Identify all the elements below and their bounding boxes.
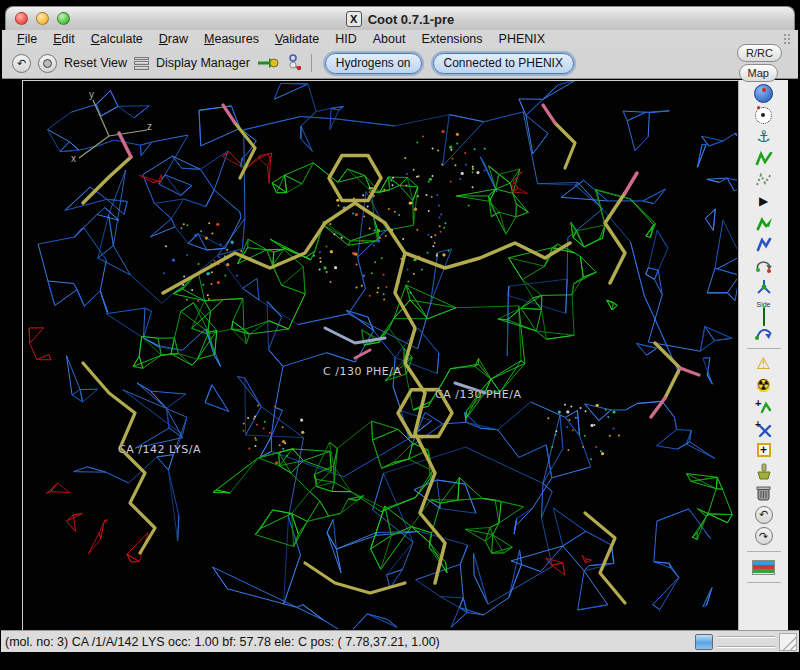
anchor-button[interactable]: ⚓ (751, 127, 777, 146)
menu-item[interactable]: Calculate (84, 31, 150, 47)
atom-label: CA /142 LYS/A (118, 443, 201, 456)
zoom-button[interactable] (57, 12, 70, 25)
window-title: X Coot 0.7.1-pre (346, 11, 455, 27)
axis-y-label: y (89, 89, 94, 100)
menu-item[interactable]: About (366, 31, 413, 47)
trash-icon (755, 484, 772, 502)
real-space-refine-button[interactable] (751, 149, 777, 168)
coot-window: X Coot 0.7.1-pre FileEditCalculateDrawMe… (0, 0, 800, 670)
rigid-body-fit-button[interactable]: ▶ (751, 192, 777, 211)
title-bar[interactable]: X Coot 0.7.1-pre (5, 6, 795, 31)
menu-grip-handle[interactable] (783, 33, 792, 45)
recentre-view-button[interactable] (38, 54, 57, 73)
globe-icon (754, 84, 773, 103)
back-view-button[interactable]: ↶ (12, 54, 31, 73)
resize-grip[interactable] (779, 633, 797, 651)
add-terminal-residue-button[interactable]: + (751, 398, 777, 417)
display-manager-button[interactable]: Display Manager (156, 56, 250, 70)
sidebar-separator (747, 551, 781, 552)
redo-button[interactable]: ↷ (751, 527, 777, 546)
target-icon (755, 107, 772, 124)
rotate-arrow-icon (754, 257, 773, 275)
hazard-icon: ⚠ (756, 356, 770, 372)
flag-button[interactable] (751, 558, 777, 577)
menu-item[interactable]: PHENIX (492, 31, 553, 47)
view-sphere-button[interactable] (751, 84, 777, 103)
menu-item[interactable]: Draw (152, 31, 195, 47)
undo-arrow-icon: ↶ (17, 58, 26, 69)
rotamer-arrow-icon (755, 214, 773, 232)
x11-icon: X (346, 11, 362, 27)
auto-fit-rotamer-button[interactable] (751, 213, 777, 232)
statusbar-grip (717, 636, 775, 648)
redo-icon: ↷ (755, 527, 773, 545)
display-manager-icon (134, 57, 149, 70)
recentre-button[interactable] (751, 106, 777, 125)
hydrogens-toggle-button[interactable]: Hydrogens on (325, 53, 422, 74)
add-alt-conf-button[interactable]: + (751, 419, 777, 438)
blue-zigzag-icon (755, 235, 773, 253)
simple-mutate-button[interactable]: ☢ (751, 376, 777, 395)
mutate-residue-button[interactable]: ⚠ (751, 355, 777, 374)
map-button[interactable]: Map (739, 64, 778, 82)
rotamers-button[interactable] (751, 235, 777, 254)
delete-button[interactable] (751, 484, 777, 503)
menu-item[interactable]: HID (328, 31, 364, 47)
menu-item[interactable]: Measures (197, 31, 266, 47)
axis-x-label: x (71, 153, 76, 164)
anchor-icon: ⚓ (756, 129, 770, 145)
menu-item[interactable]: Edit (46, 31, 82, 47)
menu-item[interactable]: File (10, 31, 44, 47)
menu-bar: FileEditCalculateDrawMeasuresValidateHID… (2, 30, 798, 48)
record-dot-icon (43, 59, 52, 68)
minimize-button[interactable] (36, 12, 49, 25)
add-residue-icon: + (755, 398, 773, 416)
status-text: (mol. no: 3) CA /1/A/142 LYS occ: 1.00 b… (5, 635, 440, 649)
chi-angles-icon (755, 278, 773, 296)
go-to-atom-icon[interactable] (257, 56, 279, 70)
brush-icon (755, 463, 773, 481)
radioactive-icon: ☢ (756, 378, 771, 393)
dotted-zigzag-icon (755, 171, 773, 188)
window-title-text: Coot 0.7.1-pre (368, 12, 455, 27)
undo-icon: ↶ (755, 506, 773, 524)
main-area: y x z C /130 PHE/A CA /130 PHE/A CA /142… (0, 80, 800, 630)
place-atom-icon: + (757, 443, 771, 457)
reset-view-button[interactable]: Reset View (64, 56, 127, 70)
undo-button[interactable]: ↶ (751, 505, 777, 524)
menu-item[interactable]: Extensions (414, 31, 489, 47)
toolbar-separator (311, 54, 312, 72)
rrc-button[interactable]: R/RC (737, 44, 782, 62)
sidebar-separator (747, 348, 781, 349)
status-bar: (mol. no: 3) CA /1/A/142 LYS occ: 1.00 b… (1, 630, 799, 652)
green-zigzag-icon (755, 150, 773, 167)
place-atom-button[interactable]: + (751, 441, 777, 460)
gl-canvas[interactable]: y x z C /130 PHE/A CA /130 PHE/A CA /142… (22, 80, 738, 630)
modelling-sidebar: ⚓ ▶ Side ⚠ ☢ + + + ↶ ↷ (738, 80, 788, 630)
sidebar-separator (747, 582, 781, 583)
alt-conf-icon: + (755, 420, 773, 438)
fill-sidechain-button[interactable] (751, 462, 777, 481)
backbone-flip-icon (754, 325, 774, 342)
atom-label: C /130 PHE/A (323, 365, 401, 378)
play-triangle-icon: ▶ (759, 195, 768, 207)
svg-text:+: + (755, 398, 761, 409)
edit-chi-angles-button[interactable] (751, 278, 777, 297)
axes-widget (43, 86, 163, 176)
side-chain-flip-button[interactable]: Side (751, 299, 777, 321)
regularize-zone-button[interactable] (751, 170, 777, 189)
edit-backbone-button[interactable] (751, 324, 777, 343)
side-dome-icon: Side (752, 302, 776, 319)
axis-z-label: z (147, 121, 152, 132)
main-toolbar: ↶ Reset View Display Manager Hydrogens o… (2, 48, 798, 79)
progress-chip[interactable] (695, 634, 713, 650)
menu-item[interactable]: Validate (268, 31, 326, 47)
molecule-icon[interactable] (286, 54, 302, 72)
flag-icon (752, 560, 775, 575)
atom-label: CA /130 PHE/A (435, 388, 522, 401)
close-button[interactable] (15, 12, 28, 25)
rotate-translate-button[interactable] (751, 256, 777, 275)
phenix-connection-button[interactable]: Connected to PHENIX (433, 53, 574, 74)
